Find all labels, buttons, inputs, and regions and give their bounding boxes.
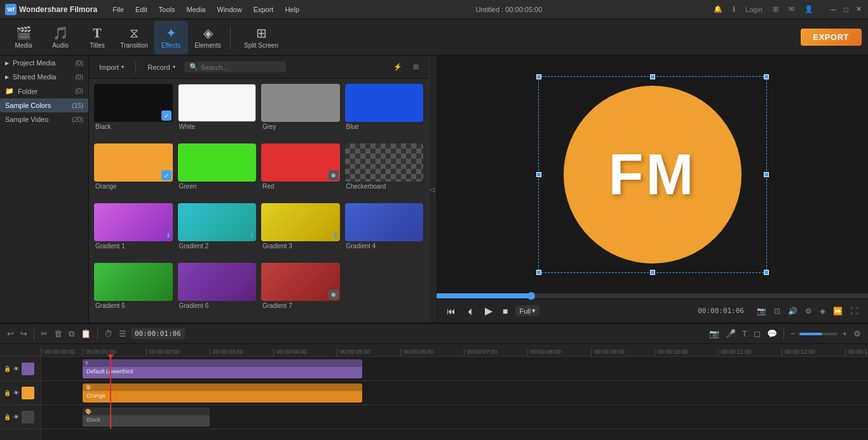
filter-icon[interactable]: ⚡ — [390, 60, 405, 75]
tl-text-btn[interactable]: T — [740, 327, 749, 340]
menu-file[interactable]: File — [107, 4, 129, 15]
settings-btn[interactable]: ⚙ — [803, 305, 815, 317]
record-button[interactable]: Record ▾ — [142, 62, 180, 73]
maximize-button[interactable]: □ — [841, 5, 850, 14]
skip-back-button[interactable]: ⏮ — [444, 303, 458, 319]
handle-tc[interactable] — [650, 74, 655, 79]
notification-icon[interactable]: 🔔 — [714, 5, 722, 13]
track-clip-1[interactable]: T Default Lowerthird — [83, 359, 362, 378]
tool-split-screen[interactable]: ⊞ Split Screen — [236, 21, 287, 54]
grid-icon[interactable]: ⊞ — [773, 5, 778, 13]
color-white[interactable]: White — [178, 84, 257, 138]
panel-sample-colors[interactable]: Sample Colors (15) — [0, 98, 88, 112]
panel-folder[interactable]: 📁 Folder (0) — [0, 84, 88, 98]
color-gradient1[interactable]: ⬇ Gradient 1 — [94, 203, 173, 258]
preview-progress-bar[interactable] — [437, 293, 868, 298]
tl-delete[interactable]: 🗑 — [52, 327, 64, 340]
menu-export[interactable]: Export — [248, 4, 279, 15]
color-red[interactable]: ⊕ Red — [261, 143, 340, 198]
tool-audio[interactable]: 🎵 Audio — [43, 21, 78, 54]
color-grey[interactable]: Grey — [261, 84, 340, 138]
layout-icon[interactable]: ⊞ — [408, 60, 423, 75]
play-button[interactable]: ▶ — [482, 302, 495, 319]
color-gradient7[interactable]: ⊕ Gradient 7 — [261, 263, 340, 317]
handle-tr[interactable] — [764, 74, 769, 79]
stop-button[interactable]: ■ — [500, 303, 510, 319]
close-button[interactable]: ✕ — [854, 5, 863, 14]
audio-btn[interactable]: 🔊 — [785, 305, 800, 317]
tl-camera-btn[interactable]: 📷 — [707, 327, 721, 340]
login-btn[interactable]: Login — [745, 6, 763, 13]
color-gradient2[interactable]: ⬇ Gradient 2 — [178, 203, 257, 258]
tl-mic-btn[interactable]: 🎤 — [724, 327, 738, 340]
track3-lock[interactable]: 🔒 — [4, 414, 11, 420]
color-black[interactable]: ✓ Black — [94, 84, 173, 138]
panel-shared-media[interactable]: ▶ Shared Media (0) — [0, 70, 88, 84]
tl-copy[interactable]: ⧉ — [67, 327, 76, 341]
panel-project-media[interactable]: ▶ Project Media (0) — [0, 56, 88, 70]
handle-bc[interactable] — [650, 270, 655, 275]
color-gradient6[interactable]: Gradient 6 — [178, 263, 257, 317]
speed-btn[interactable]: ⏩ — [831, 305, 845, 317]
color-gradient4[interactable]: Gradient 4 — [345, 203, 424, 258]
handle-br[interactable] — [764, 270, 769, 275]
tl-zoom-slider[interactable] — [799, 333, 837, 335]
track2-lock[interactable]: 🔒 — [4, 390, 11, 396]
menu-tools[interactable]: Tools — [154, 4, 180, 15]
color-orange[interactable]: ✓ Orange — [94, 143, 173, 198]
tool-transition[interactable]: ⧖ Transition — [117, 21, 151, 54]
tl-list[interactable]: ☰ — [117, 327, 128, 340]
search-input[interactable] — [201, 63, 281, 71]
handle-bl[interactable] — [536, 270, 541, 275]
panel-sample-video[interactable]: Sample Video (20) — [0, 112, 88, 126]
track3-eye[interactable]: 👁 — [13, 414, 19, 420]
track2-eye[interactable]: 👁 — [13, 390, 19, 396]
tl-shape-btn[interactable]: ◻ — [752, 327, 763, 340]
tl-settings-btn[interactable]: ⚙ — [851, 327, 863, 340]
snapshot-btn[interactable]: 📷 — [754, 305, 769, 317]
color-gradient3[interactable]: ⬇ Gradient 3 — [261, 203, 340, 258]
tool-titles[interactable]: T Titles — [80, 21, 114, 54]
track-clip-3[interactable]: 🎨 Black — [83, 408, 210, 427]
handle-tl[interactable] — [536, 74, 541, 79]
tool-media[interactable]: 🎬 Media — [6, 21, 41, 54]
menu-edit[interactable]: Edit — [130, 4, 153, 15]
import-button[interactable]: Import ▾ — [94, 62, 129, 73]
fullscreen-btn[interactable]: ⛶ — [848, 305, 860, 317]
preview-progress-thumb[interactable] — [527, 292, 535, 300]
tl-subtitle-btn[interactable]: 💬 — [765, 327, 779, 340]
timeline-ruler[interactable]: 00:00:00:00 00:00:01:00 00:00:02:00 00:0… — [41, 344, 868, 357]
play-back-button[interactable]: ⏴ — [463, 303, 477, 319]
tl-redo[interactable]: ↪ — [18, 327, 29, 340]
menu-window[interactable]: Window — [212, 4, 247, 15]
tl-undo[interactable]: ↩ — [5, 327, 16, 340]
tool-elements[interactable]: ◈ Elements — [191, 21, 225, 54]
tool-effects[interactable]: ✦ Effects — [154, 21, 188, 54]
handle-ml[interactable] — [536, 172, 541, 177]
tl-scissors[interactable]: ✂ — [39, 327, 50, 340]
menu-media[interactable]: Media — [182, 4, 211, 15]
add-mark-btn[interactable]: ◈ — [817, 305, 828, 317]
color-checkerboard[interactable]: Checkerboard — [345, 143, 424, 198]
user-icon[interactable]: 👤 — [804, 5, 813, 13]
tl-zoom-out[interactable]: − — [789, 327, 797, 340]
minimize-button[interactable]: ─ — [829, 5, 837, 14]
tl-zoom-in[interactable]: + — [840, 327, 849, 340]
message-icon[interactable]: ✉ — [789, 5, 794, 13]
tl-paste[interactable]: 📋 — [79, 327, 93, 340]
track1-eye[interactable]: 👁 — [13, 366, 19, 372]
color-blue[interactable]: Blue — [345, 84, 424, 138]
menu-help[interactable]: Help — [280, 4, 304, 15]
tl-speed[interactable]: ⏱ — [102, 327, 114, 340]
ruler-corner — [0, 344, 41, 357]
zoom-dropdown[interactable]: Full ▾ — [515, 305, 539, 316]
color-green[interactable]: Green — [178, 143, 257, 198]
track-clip-2[interactable]: 🎨 Orange — [83, 383, 362, 403]
collapse-btn[interactable]: ◁ — [428, 56, 436, 323]
track1-lock[interactable]: 🔒 — [4, 366, 11, 372]
info-icon[interactable]: ℹ — [733, 5, 735, 13]
color-gradient5[interactable]: Gradient 5 — [94, 263, 173, 317]
crop-btn[interactable]: ⊡ — [771, 305, 783, 317]
handle-mr[interactable] — [764, 172, 769, 177]
export-button[interactable]: EXPORT — [801, 29, 862, 46]
